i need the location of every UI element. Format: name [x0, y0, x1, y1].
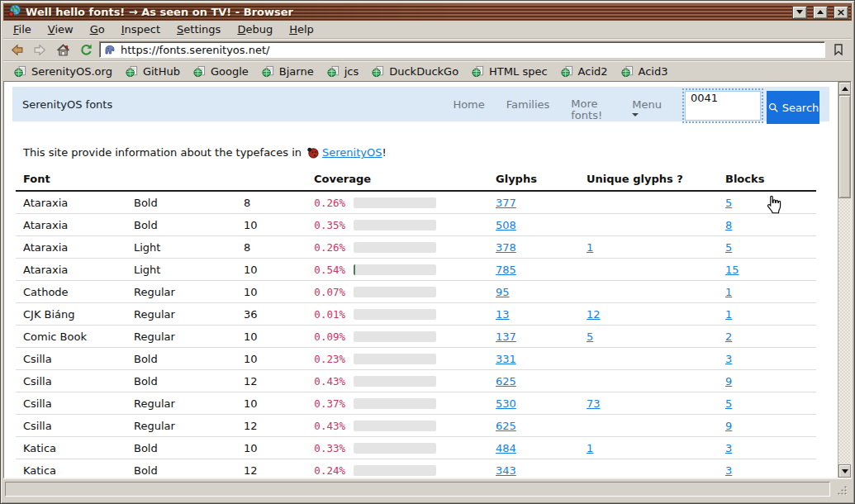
glyphs-link[interactable]: 331 [496, 353, 516, 365]
cell-size: 12 [236, 464, 289, 477]
table-row: CathodeRegular100.07%951 [16, 281, 816, 303]
unique-glyphs-link[interactable]: 1 [587, 442, 593, 454]
blocks-link[interactable]: 5 [725, 197, 732, 209]
search-input[interactable] [685, 91, 761, 121]
resize-grip[interactable] [836, 484, 848, 497]
cell-coverage-bar [345, 309, 488, 320]
blocks-link[interactable]: 8 [725, 219, 732, 231]
back-button[interactable] [7, 40, 26, 59]
cell-weight: Bold [126, 197, 236, 209]
bookmark-label: HTML spec [489, 65, 547, 78]
blocks-link[interactable]: 9 [725, 420, 732, 432]
cell-coverage-bar [345, 443, 488, 454]
unique-glyphs-link[interactable]: 12 [587, 308, 601, 321]
bookmark-item[interactable]: Bjarne [256, 64, 320, 79]
scrollbar-track[interactable] [838, 95, 851, 464]
browser-app-icon [8, 4, 21, 20]
cell-glyphs: 625 [488, 420, 579, 432]
glyphs-link[interactable]: 484 [496, 442, 516, 454]
intro-line: This site provide information about the … [23, 146, 838, 159]
cell-font-name: Csilla [16, 397, 126, 410]
search-button[interactable]: Search [767, 91, 819, 124]
bookmark-item[interactable]: SerenityOS.org [8, 64, 118, 79]
menu-go[interactable]: Go [82, 21, 113, 37]
menu-file[interactable]: File [5, 21, 40, 37]
glyphs-link[interactable]: 378 [496, 241, 516, 254]
cell-blocks: 3 [718, 353, 816, 365]
cell-unique-glyphs: 1 [579, 241, 718, 254]
menu-help[interactable]: Help [281, 21, 322, 37]
globe-page-icon [472, 65, 484, 78]
glyphs-link[interactable]: 13 [496, 308, 510, 321]
blocks-link[interactable]: 1 [725, 286, 732, 298]
cell-font-name: Ataraxia [16, 197, 126, 209]
bookmark-page-button[interactable] [829, 40, 848, 59]
scroll-down-button[interactable] [838, 464, 851, 478]
nav-menu-dropdown[interactable]: Menu [632, 98, 662, 116]
glyphs-link[interactable]: 508 [496, 219, 516, 231]
menu-debug[interactable]: Debug [229, 21, 281, 37]
vertical-scrollbar[interactable] [838, 82, 851, 478]
cell-coverage-percent: 0.01% [289, 308, 345, 321]
bookmark-item[interactable]: Google [188, 64, 254, 79]
maximize-button[interactable] [813, 6, 828, 19]
serenityos-link[interactable]: SerenityOS [322, 146, 382, 159]
cell-unique-glyphs: 12 [579, 308, 718, 321]
title-bar[interactable]: Well hello fonts! → As seen on TV! - Bro… [3, 3, 852, 21]
unique-glyphs-link[interactable]: 5 [587, 330, 593, 343]
home-icon [56, 43, 70, 57]
bookmarks-bar: SerenityOS.org GitHub Google Bjarne jcs … [3, 60, 852, 81]
coverage-progress-bar [354, 220, 436, 231]
minimize-button[interactable] [792, 6, 807, 19]
scroll-up-button[interactable] [838, 82, 851, 95]
unique-glyphs-link[interactable]: 1 [587, 241, 593, 254]
glyphs-link[interactable]: 530 [496, 397, 516, 410]
nav-families[interactable]: Families [506, 98, 550, 111]
glyphs-link[interactable]: 625 [496, 420, 516, 432]
cell-font-name: Ataraxia [16, 219, 126, 231]
glyphs-link[interactable]: 377 [496, 197, 516, 209]
forward-icon [33, 43, 47, 57]
blocks-link[interactable]: 15 [725, 264, 739, 276]
blocks-link[interactable]: 2 [725, 330, 732, 343]
blocks-link[interactable]: 9 [725, 375, 732, 388]
reload-button[interactable] [76, 40, 96, 59]
glyphs-link[interactable]: 625 [496, 375, 516, 388]
unique-glyphs-link[interactable]: 73 [587, 397, 601, 410]
cell-coverage-bar [345, 331, 488, 342]
nav-more-fonts[interactable]: More fonts! [571, 98, 610, 121]
blocks-link[interactable]: 3 [725, 442, 732, 454]
cell-coverage-percent: 0.43% [289, 420, 345, 432]
home-button[interactable] [53, 40, 73, 59]
scrollbar-thumb[interactable] [838, 95, 851, 198]
nav-home[interactable]: Home [453, 98, 484, 111]
bookmark-item[interactable]: Acid3 [615, 64, 674, 79]
blocks-link[interactable]: 3 [725, 353, 732, 365]
close-button[interactable]: × [834, 6, 848, 19]
blocks-link[interactable]: 1 [725, 308, 732, 321]
cell-weight: Bold [126, 219, 236, 231]
bookmark-item[interactable]: HTML spec [466, 64, 553, 79]
forward-button[interactable] [30, 40, 50, 59]
menu-settings[interactable]: Settings [169, 21, 229, 37]
cell-font-name: CJK Biáng [16, 308, 126, 321]
bookmark-label: Bjarne [279, 65, 314, 78]
glyphs-link[interactable]: 137 [496, 330, 516, 343]
cell-blocks: 5 [718, 197, 816, 209]
blocks-link[interactable]: 5 [725, 241, 732, 254]
glyphs-link[interactable]: 785 [496, 264, 516, 276]
blocks-link[interactable]: 5 [725, 397, 732, 410]
bookmark-item[interactable]: Acid2 [555, 64, 614, 79]
glyphs-link[interactable]: 95 [496, 286, 510, 298]
menu-view[interactable]: View [40, 21, 82, 37]
cell-font-name: Comic Book [16, 330, 126, 343]
url-bar[interactable]: https://fonts.serenityos.net/ [99, 41, 825, 58]
bookmark-item[interactable]: jcs [321, 64, 365, 79]
bookmark-item[interactable]: GitHub [120, 64, 186, 79]
bookmark-item[interactable]: DuckDuckGo [366, 64, 464, 79]
menu-inspect[interactable]: Inspect [113, 21, 169, 37]
cell-size: 10 [236, 330, 289, 343]
blocks-link[interactable]: 3 [725, 464, 732, 477]
glyphs-link[interactable]: 343 [496, 464, 516, 477]
window-title: Well hello fonts! → As seen on TV! - Bro… [26, 6, 786, 18]
